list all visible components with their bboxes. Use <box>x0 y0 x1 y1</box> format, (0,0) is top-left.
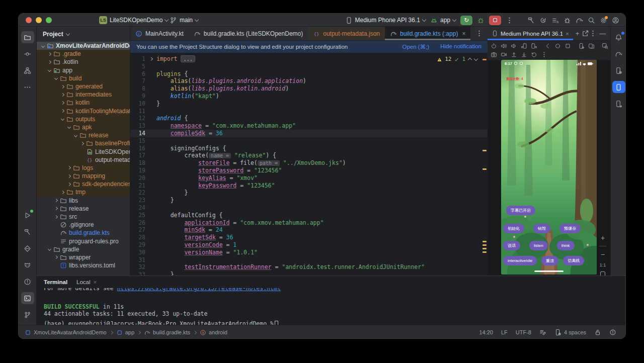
close-terminal-tab-icon[interactable]: × <box>94 279 97 285</box>
tree-file-litesdkopendemo-[interactable]: LiteSDKOpenDemo_ <box>37 147 130 155</box>
readonly-toggle-icon[interactable] <box>594 329 601 336</box>
breadcrumb-xmovliteavatarandroiddemo[interactable]: XmovLiteAvatarAndroidDemo <box>25 329 107 336</box>
profiler-button[interactable] <box>564 17 571 24</box>
tree-folder-libs[interactable]: libs <box>37 197 130 205</box>
app-insights-icon[interactable] <box>21 242 34 254</box>
scrollbar-marks[interactable] <box>482 53 487 276</box>
code-line-23[interactable]: 23 } <box>130 197 488 204</box>
running-devices-icon[interactable] <box>612 81 625 93</box>
chevron-down-icon[interactable] <box>73 134 77 137</box>
volume-up-icon[interactable] <box>501 43 507 49</box>
problems-icon[interactable] <box>21 276 34 288</box>
chevron-down-icon[interactable] <box>67 125 70 129</box>
code-line-22[interactable]: 22 } <box>130 189 488 197</box>
hide-panel-button[interactable]: — <box>597 30 611 37</box>
code-line-32[interactable]: 32 testInstrumentationRunner = "androidx… <box>130 263 488 271</box>
tree-folder-xmovliteavatarandroiddemo-litesdk[interactable]: XmovLiteAvatarAndroidDemo [LiteSDK <box>37 42 130 50</box>
structure-icon[interactable] <box>21 64 34 76</box>
code-line-19[interactable]: 19 storePassword = "123456" <box>130 167 488 174</box>
more-tools-icon[interactable] <box>21 81 34 93</box>
screenshot-icon[interactable] <box>491 51 497 58</box>
phone-home-indicator[interactable] <box>534 270 564 273</box>
tree-file-libs-versions-toml[interactable]: Tlibs.versions.toml <box>37 261 130 269</box>
branch-widget[interactable]: main <box>170 14 198 27</box>
scrollbar-warning-mark[interactable] <box>482 241 487 242</box>
build-project-button[interactable] <box>527 17 535 24</box>
device-selector[interactable]: Medium Phone API 36.1 <box>345 14 426 27</box>
tree-folder-build[interactable]: build <box>37 74 130 82</box>
scrollbar-warning-mark[interactable] <box>482 248 487 249</box>
new-device-tab-button[interactable]: + <box>573 30 582 37</box>
code-line-31[interactable]: 31 <box>130 256 488 264</box>
app-button-说话[interactable]: 说话 <box>503 241 520 250</box>
chevron-right-icon[interactable] <box>54 255 57 259</box>
code-line-5[interactable]: 5 <box>130 63 488 70</box>
tree-folder-release[interactable]: release <box>37 131 130 139</box>
code-line-16[interactable]: 16 signingConfigs { <box>130 145 488 152</box>
settings-button[interactable] <box>600 17 607 24</box>
tree-folder-intermediates[interactable]: intermediates <box>37 90 130 99</box>
scrollbar-warning-mark[interactable] <box>482 168 487 170</box>
editor-tab-build-gradle-kts-litesdkopendemo-[interactable]: build.gradle.kts (LiteSDKOpenDemo) <box>189 27 308 40</box>
chevron-down-icon[interactable] <box>47 68 51 72</box>
tree-folder-src[interactable]: src <box>37 213 130 221</box>
zoom-in-button[interactable]: + <box>601 234 605 242</box>
close-device-tab-icon[interactable]: × <box>566 31 569 37</box>
tree-folder--gradle[interactable]: .gradle <box>37 50 130 58</box>
app-button-listen[interactable]: listen <box>529 241 548 250</box>
chevron-right-icon[interactable] <box>67 183 70 186</box>
chevron-right-icon[interactable] <box>67 174 70 178</box>
chevron-right-icon[interactable] <box>47 52 51 56</box>
editor-tab-mainactivity-kt[interactable]: CMainActivity.kt <box>130 27 189 40</box>
screenshot-inspect-icon[interactable] <box>602 43 608 49</box>
project-widget[interactable]: LS LiteSDKOpenDemo <box>99 14 168 27</box>
tree-folder-logs[interactable]: logs <box>37 164 130 172</box>
close-window-button[interactable] <box>26 17 32 23</box>
emulator-screen[interactable]: 6:17 重连次数: 4 字幕已开启 初始化销毁预缓存 说话listenthin… <box>501 60 597 275</box>
code-line-28[interactable]: 28 targetSdk = 36 <box>130 234 488 241</box>
indent-widget[interactable]: 4 spaces <box>554 329 586 336</box>
app-button-初始化[interactable]: 初始化 <box>503 224 524 233</box>
nav-overview-icon[interactable] <box>565 43 571 49</box>
chevron-right-icon[interactable] <box>54 207 57 210</box>
code-line-33[interactable]: 33 } <box>130 271 488 276</box>
profile-button[interactable] <box>612 17 619 24</box>
caret-position[interactable]: 14:20 <box>479 329 493 335</box>
app-button-预缓存[interactable]: 预缓存 <box>559 224 581 233</box>
power-button-icon[interactable] <box>491 43 497 49</box>
device-streaming-icon[interactable] <box>612 98 625 110</box>
open-in-window-icon[interactable] <box>582 30 589 37</box>
zoom-window-button[interactable] <box>46 17 52 23</box>
code-line-17[interactable]: 17 create(name = "release") { <box>130 152 488 159</box>
tree-folder-wrapper[interactable]: wrapper <box>37 253 130 261</box>
terminal-output[interactable]: For more details see https://docs.gradle… <box>37 288 626 325</box>
code-line-7[interactable]: 7 alias(libs.plugins.android.application… <box>130 77 488 85</box>
gradle-tool-icon[interactable] <box>612 48 625 60</box>
chevron-down-icon[interactable] <box>60 117 64 121</box>
nav-back-icon[interactable] <box>544 43 551 49</box>
git-tool-icon[interactable] <box>21 309 34 321</box>
tree-folder-mapping[interactable]: mapping <box>37 172 130 180</box>
code-line-15[interactable]: 15 <box>130 137 488 145</box>
code-line-13[interactable]: 13 namespace = "com.xmov.metahuman.app" <box>130 122 488 130</box>
code-line-29[interactable]: 29 versionCode = 1 <box>130 241 488 249</box>
tree-folder-sdk-dependencies[interactable]: sdk-dependencies <box>37 180 130 188</box>
code-line-24[interactable]: 24 <box>130 204 488 212</box>
breadcrumb-android[interactable]: λandroid <box>200 329 227 336</box>
scrollbar-warning-mark[interactable] <box>482 251 487 253</box>
tree-folder-generated[interactable]: generated <box>37 82 130 90</box>
code-line-14[interactable]: 14 compileSdk = 36 <box>130 130 488 137</box>
gradle-upgrade-button[interactable] <box>576 17 583 24</box>
code-line-27[interactable]: 27 minSdk = 24 <box>130 226 488 234</box>
logcat-icon[interactable] <box>21 259 34 271</box>
device-panel-kebab-icon[interactable] <box>589 30 597 37</box>
debug-button[interactable] <box>477 17 485 24</box>
release-notes-link[interactable]: https://docs.gradle.org/8.13/release-not… <box>117 288 280 292</box>
chevron-down-icon[interactable] <box>41 44 44 48</box>
search-everywhere-button[interactable] <box>588 17 595 24</box>
app-button-think[interactable]: think <box>557 241 575 250</box>
chevron-right-icon[interactable] <box>60 109 64 113</box>
chevron-down-icon[interactable] <box>47 247 51 251</box>
run-options-kebab-icon[interactable] <box>506 17 513 24</box>
tree-folder-kotlin[interactable]: kotlin <box>37 99 130 107</box>
